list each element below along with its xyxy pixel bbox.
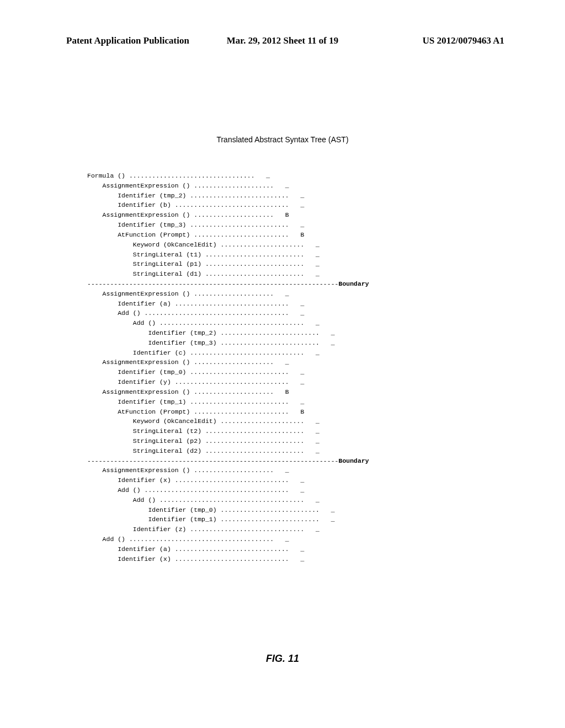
ast-line: AssignmentExpression () ................… [87, 289, 369, 299]
ast-line: Identifier (tmp_3) .....................… [87, 338, 369, 348]
ast-line: Identifier (tmp_1) .....................… [87, 397, 369, 407]
ast-line: StringLiteral (p2) .....................… [87, 436, 369, 446]
boundary-label: Boundary [338, 280, 369, 287]
ast-line: Add () .................................… [87, 318, 369, 328]
ast-line: Identifier (tmp_1) .....................… [87, 515, 369, 524]
ast-line: AssignmentExpression () ................… [87, 181, 369, 191]
ast-tree: Formula () .............................… [87, 171, 369, 564]
figure-label: FIG. 11 [266, 653, 299, 665]
boundary-label: Boundary [338, 457, 369, 464]
header-right: US 2012/0079463 A1 [423, 35, 504, 46]
ast-line: Formula () .............................… [87, 171, 369, 181]
ast-line: StringLiteral (t1) .....................… [87, 250, 369, 260]
ast-line: Identifier (a) .........................… [87, 299, 369, 309]
ast-line: Keyword (OkCancelEdit) .................… [87, 240, 369, 250]
ast-line: Identifier (a) .........................… [87, 544, 369, 554]
ast-line: Keyword (OkCancelEdit) .................… [87, 416, 369, 426]
page-header: Patent Application Publication Mar. 29, … [0, 35, 565, 46]
ast-line: Identifier (tmp_0) .....................… [87, 367, 369, 377]
ast-line: AssignmentExpression () ................… [87, 357, 369, 367]
ast-line: StringLiteral (d1) .....................… [87, 269, 369, 279]
header-center: Mar. 29, 2012 Sheet 11 of 19 [227, 35, 338, 46]
ast-line: StringLiteral (d2) .....................… [87, 446, 369, 456]
ast-line: Identifier (tmp_3) .....................… [87, 220, 369, 230]
ast-line: Identifier (tmp_2) .....................… [87, 191, 369, 201]
ast-line: StringLiteral (p1) .....................… [87, 259, 369, 269]
ast-line: StringLiteral (t2) .....................… [87, 426, 369, 436]
ast-line: Identifier (x) .........................… [87, 475, 369, 485]
ast-line: Add () .................................… [87, 495, 369, 505]
page-title: Translated Abstract Syntax Tree (AST) [216, 135, 348, 144]
ast-line: AtFunction (Prompt) ....................… [87, 230, 369, 240]
ast-line: Identifier (tmp_0) .....................… [87, 505, 369, 515]
ast-line: Identifier (tmp_2) .....................… [87, 328, 369, 338]
ast-line: AssignmentExpression () ................… [87, 465, 369, 475]
boundary-line: ----------------------------------------… [87, 456, 369, 466]
ast-line: Identifier (c) .........................… [87, 348, 369, 358]
ast-line: Add () .................................… [87, 308, 369, 318]
ast-line: Add () .................................… [87, 534, 369, 544]
ast-line: Identifier (b) .........................… [87, 200, 369, 210]
ast-line: Add () .................................… [87, 485, 369, 495]
ast-line: Identifier (y) .........................… [87, 377, 369, 387]
boundary-line: ----------------------------------------… [87, 279, 369, 289]
ast-line: AssignmentExpression () ................… [87, 210, 369, 220]
ast-line: Identifier (z) .........................… [87, 524, 369, 534]
ast-line: AssignmentExpression () ................… [87, 387, 369, 397]
ast-line: AtFunction (Prompt) ....................… [87, 407, 369, 417]
header-left: Patent Application Publication [66, 35, 189, 46]
ast-line: Identifier (x) .........................… [87, 554, 369, 564]
